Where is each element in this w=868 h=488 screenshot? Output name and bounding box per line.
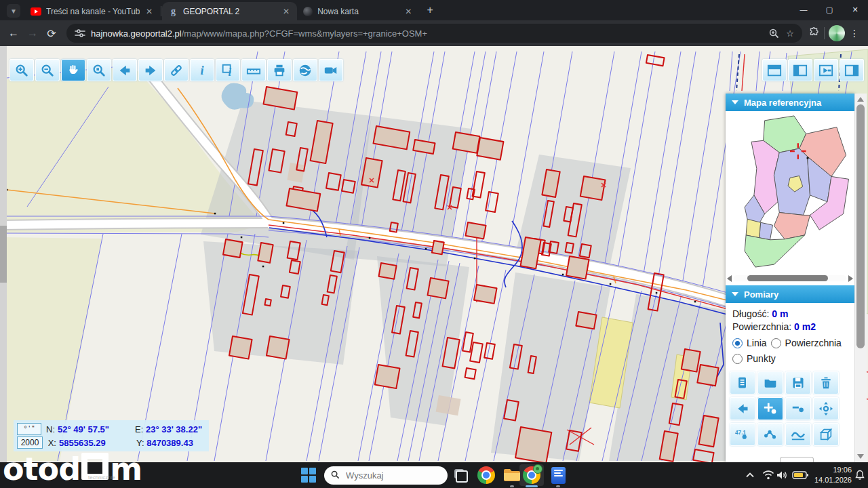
maximize-button[interactable]: ▢ xyxy=(816,0,842,19)
move-point-button[interactable] xyxy=(813,397,839,420)
minimap-horizontal-scrollbar[interactable] xyxy=(727,274,853,283)
extensions-icon[interactable] xyxy=(808,27,820,39)
building xyxy=(576,312,596,329)
h-scroll-thumb[interactable] xyxy=(747,275,829,281)
taskbar-search[interactable] xyxy=(324,462,448,488)
left-strip-thumb[interactable] xyxy=(0,226,7,283)
search-input[interactable] xyxy=(324,466,448,485)
minimize-button[interactable]: — xyxy=(791,0,816,19)
profile-badge-icon xyxy=(533,464,542,474)
link-button[interactable] xyxy=(164,59,189,81)
survey-point xyxy=(283,222,285,224)
scroll-left-icon[interactable] xyxy=(727,275,732,282)
info-select-button[interactable]: i xyxy=(216,59,240,81)
show-values-button[interactable]: 47.1 xyxy=(730,423,755,446)
chrome-active-window-button[interactable] xyxy=(519,462,544,488)
cube-3d-button[interactable] xyxy=(813,423,839,446)
scroll-up-icon[interactable] xyxy=(857,97,864,102)
browser-menu-icon[interactable]: ⋮ xyxy=(845,24,864,43)
radio-powierzchnia[interactable] xyxy=(771,338,781,348)
pan-hand-button[interactable] xyxy=(61,59,85,81)
toggle-right-panel-button[interactable] xyxy=(840,59,864,81)
zoom-selection-button[interactable] xyxy=(87,59,111,81)
delete-measurement-button[interactable] xyxy=(813,371,839,394)
dms-toggle-button[interactable]: ° ' " xyxy=(17,423,41,435)
building xyxy=(466,222,486,239)
collapse-right-panel-button[interactable] xyxy=(814,59,838,81)
survey-point xyxy=(694,301,696,303)
tray-date: 14.01.2026 xyxy=(811,475,852,485)
measure-ruler-button[interactable] xyxy=(241,59,266,81)
reload-button[interactable]: ⟳ xyxy=(42,24,61,43)
close-tab-icon[interactable]: ✕ xyxy=(144,7,154,16)
task-view-button[interactable] xyxy=(450,462,471,488)
document-app-button[interactable] xyxy=(548,462,568,488)
profile-avatar[interactable] xyxy=(829,25,845,41)
radio-punkty[interactable] xyxy=(732,354,743,364)
wifi-tray-icon[interactable] xyxy=(761,462,776,488)
measurement-tools: 47.1 xyxy=(730,371,840,447)
close-button[interactable]: ✕ xyxy=(842,0,868,19)
building xyxy=(515,427,551,462)
toggle-top-panel-button[interactable] xyxy=(762,59,787,81)
notifications-bell-icon[interactable] xyxy=(852,462,868,488)
tab-new[interactable]: Nowa karta ✕ xyxy=(297,2,419,20)
chrome-taskbar-icon[interactable] xyxy=(476,462,496,488)
scale-input[interactable] xyxy=(17,436,43,449)
zoom-out-button[interactable] xyxy=(35,59,60,81)
v-scroll-thumb[interactable] xyxy=(856,104,865,348)
open-measurement-button[interactable] xyxy=(757,371,783,394)
scroll-right-icon[interactable] xyxy=(848,275,853,282)
measurement-values: Długość: 0 m Powierzchnia: 0 m2 xyxy=(732,308,816,333)
battery-tray-icon[interactable] xyxy=(791,462,810,488)
taskbar-clock[interactable]: 19:06 14.01.2026 xyxy=(811,465,852,485)
save-measurement-button[interactable] xyxy=(785,371,811,394)
volume-tray-icon[interactable] xyxy=(774,462,791,488)
reference-minimap[interactable] xyxy=(730,114,850,271)
radio-linia[interactable] xyxy=(732,338,743,348)
back-view-button[interactable] xyxy=(113,59,137,81)
building-unclassified xyxy=(287,163,304,182)
tab-youtube[interactable]: Treści na kanale - YouTube Stu ✕ xyxy=(24,2,160,20)
forward-view-button[interactable] xyxy=(138,59,163,81)
building xyxy=(375,365,400,388)
zoom-in-button[interactable] xyxy=(9,59,34,81)
new-measurement-button[interactable] xyxy=(730,371,755,394)
print-button[interactable] xyxy=(267,59,292,81)
add-point-button[interactable] xyxy=(757,397,783,420)
measurements-header[interactable]: Pomiary xyxy=(726,285,854,303)
forward-button[interactable]: → xyxy=(23,24,42,43)
vertices-button[interactable] xyxy=(757,423,783,446)
tab-geoportal[interactable]: g GEOPORTAL 2 ✕ xyxy=(162,2,297,20)
address-bar[interactable]: hajnowka.geoportal2.pl /map/www/mapa.php… xyxy=(66,24,802,43)
close-tab-icon[interactable]: ✕ xyxy=(281,7,291,16)
new-tab-button[interactable]: + xyxy=(422,2,438,18)
info-button[interactable]: i xyxy=(190,59,214,81)
svg-text:i: i xyxy=(228,66,231,78)
collapse-chevron-icon[interactable] xyxy=(732,100,738,104)
profile-button[interactable] xyxy=(785,423,811,446)
bookmark-star-icon[interactable]: ☆ xyxy=(786,28,794,39)
tab-divider xyxy=(161,6,161,16)
reference-map-title: Mapa referencyjna xyxy=(744,98,821,108)
reference-map-header[interactable]: Mapa referencyjna xyxy=(726,94,854,111)
zoom-level-icon[interactable] xyxy=(769,28,779,39)
collapse-chevron-icon[interactable] xyxy=(732,292,738,296)
tray-show-hidden-icons[interactable] xyxy=(743,462,757,488)
scroll-down-icon[interactable] xyxy=(857,454,864,459)
toggle-left-panel-button[interactable] xyxy=(788,59,812,81)
remove-point-button[interactable] xyxy=(785,397,811,420)
start-button[interactable] xyxy=(298,462,319,488)
building xyxy=(477,138,503,160)
map-toolbar: i i xyxy=(9,59,343,81)
video-button[interactable] xyxy=(319,59,343,81)
radio-label: Linia xyxy=(747,338,767,348)
close-tab-icon[interactable]: ✕ xyxy=(403,7,413,16)
sidebar-vertical-scrollbar[interactable] xyxy=(854,94,867,462)
globe-button[interactable] xyxy=(293,59,317,81)
building xyxy=(267,336,290,359)
site-settings-icon[interactable] xyxy=(75,28,85,38)
undo-point-button[interactable] xyxy=(730,397,755,420)
back-button[interactable]: ← xyxy=(4,24,23,43)
tab-list-chevron-icon[interactable]: ▼ xyxy=(7,4,20,18)
